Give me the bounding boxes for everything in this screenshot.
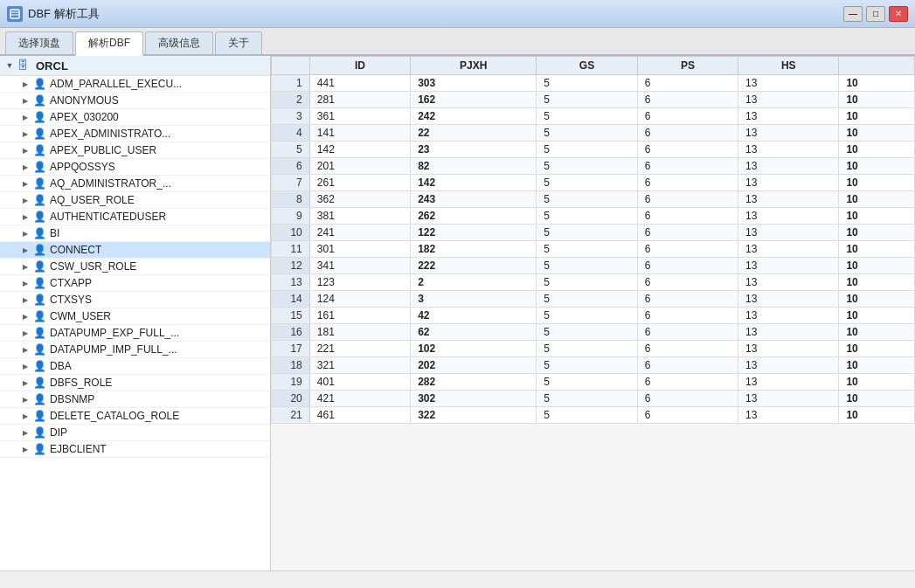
td-ps: 6 — [637, 208, 738, 225]
tree-item[interactable]: ▶ 👤 ADM_PARALLEL_EXECU... — [0, 76, 270, 93]
td-rownum: 7 — [272, 175, 310, 191]
tree-item[interactable]: ▶ 👤 APPQOSSYS — [0, 159, 270, 176]
td-ps: 6 — [637, 241, 738, 258]
tree-scroll[interactable]: ▼ 🗄 ORCL ▶ 👤 ADM_PARALLEL_EXECU... ▶ 👤 A… — [0, 56, 270, 571]
tree-item[interactable]: ▶ 👤 CSW_USR_ROLE — [0, 259, 270, 275]
item-label: AQ_USER_ROLE — [50, 194, 135, 206]
item-label: ANONYMOUS — [50, 94, 119, 107]
tree-item[interactable]: ▶ 👤 CTXSYS — [0, 292, 270, 308]
td-id: 441 — [309, 75, 410, 92]
td-hs: 13 — [738, 158, 839, 175]
tree-item[interactable]: ▶ 👤 DATAPUMP_IMP_FULL_... — [0, 342, 270, 358]
item-label: DATAPUMP_IMP_FULL_... — [50, 343, 177, 356]
tree-item[interactable]: ▶ 👤 DBFS_ROLE — [0, 375, 270, 391]
tree-item[interactable]: ▶ 👤 CTXAPP — [0, 275, 270, 292]
tree-item[interactable]: ▶ 👤 DBSNMP — [0, 391, 270, 408]
td-gs: 5 — [537, 125, 637, 142]
td-pjxh: 3 — [411, 291, 537, 308]
tree-root-item[interactable]: ▼ 🗄 ORCL — [0, 56, 270, 76]
item-expand-icon: ▶ — [21, 412, 30, 420]
table-row: 19401282561310 — [272, 374, 915, 391]
td-id: 181 — [309, 324, 410, 341]
td-id: 261 — [309, 175, 410, 191]
td-id: 321 — [309, 357, 410, 374]
tree-item[interactable]: ▶ 👤 AQ_USER_ROLE — [0, 192, 270, 209]
table-row: 17221102561310 — [272, 341, 915, 357]
tree-item[interactable]: ▶ 👤 CONNECT — [0, 242, 270, 259]
table-row: 1441303561310 — [272, 75, 915, 92]
tab-about[interactable]: 关于 — [215, 31, 262, 54]
tree-item[interactable]: ▶ 👤 DIP — [0, 425, 270, 441]
td-hs: 13 — [738, 341, 839, 357]
tree-item[interactable]: ▶ 👤 EJBCLIENT — [0, 441, 270, 458]
tree-item[interactable]: ▶ 👤 ANONYMOUS — [0, 93, 270, 109]
td-pjxh: 22 — [411, 125, 537, 142]
tab-advanced[interactable]: 高级信息 — [145, 31, 213, 54]
table-row: 20421302561310 — [272, 391, 915, 407]
minimize-button[interactable]: — — [843, 6, 863, 22]
tab-parse[interactable]: 解析DBF — [75, 31, 143, 56]
item-label: DATAPUMP_EXP_FULL_... — [50, 327, 179, 339]
tab-choose[interactable]: 选择顶盘 — [5, 31, 73, 54]
td-ps: 6 — [637, 125, 738, 142]
td-extra: 10 — [839, 274, 915, 291]
td-hs: 13 — [738, 108, 839, 125]
bottom-bar — [0, 571, 915, 588]
tree-item[interactable]: ▶ 👤 CWM_USER — [0, 308, 270, 325]
svg-rect-0 — [10, 10, 19, 18]
table-head: IDPJXHGSPSHS — [272, 57, 915, 75]
user-icon: 👤 — [33, 327, 45, 339]
item-label: DELETE_CATALOG_ROLE — [50, 410, 179, 422]
td-ps: 6 — [637, 142, 738, 158]
close-button[interactable]: ✕ — [889, 6, 908, 22]
td-gs: 5 — [537, 374, 637, 391]
td-ps: 6 — [637, 191, 738, 208]
td-gs: 5 — [537, 291, 637, 308]
td-gs: 5 — [537, 75, 637, 92]
td-extra: 10 — [839, 324, 915, 341]
table-row: 12341222561310 — [272, 258, 915, 274]
table-body: 1441303561310228116256131033612425613104… — [272, 75, 915, 424]
td-hs: 13 — [738, 391, 839, 407]
td-hs: 13 — [738, 92, 839, 108]
td-gs: 5 — [537, 108, 637, 125]
th-HS: HS — [738, 57, 839, 75]
tree-item[interactable]: ▶ 👤 AUTHENTICATEDUSER — [0, 209, 270, 225]
user-icon: 👤 — [33, 177, 45, 190]
item-label: CONNECT — [50, 244, 101, 256]
td-gs: 5 — [537, 208, 637, 225]
main-content: ▼ 🗄 ORCL ▶ 👤 ADM_PARALLEL_EXECU... ▶ 👤 A… — [0, 56, 915, 571]
tree-item[interactable]: ▶ 👤 BI — [0, 225, 270, 242]
item-expand-icon: ▶ — [21, 295, 30, 304]
item-expand-icon: ▶ — [21, 212, 30, 221]
td-pjxh: 222 — [411, 258, 537, 274]
item-expand-icon: ▶ — [21, 378, 30, 387]
tree-item[interactable]: ▶ 👤 DBA — [0, 358, 270, 375]
td-pjxh: 42 — [411, 308, 537, 324]
table-row: 18321202561310 — [272, 357, 915, 374]
tree-item[interactable]: ▶ 👤 AQ_ADMINISTRATOR_... — [0, 176, 270, 192]
data-table-wrapper[interactable]: IDPJXHGSPSHS 144130356131022811625613103… — [271, 56, 915, 571]
restore-button[interactable]: □ — [866, 6, 885, 22]
tree-item[interactable]: ▶ 👤 DELETE_CATALOG_ROLE — [0, 408, 270, 425]
item-expand-icon: ▶ — [21, 196, 30, 204]
td-rownum: 21 — [272, 407, 310, 424]
td-gs: 5 — [537, 241, 637, 258]
item-label: APEX_ADMINISTRATO... — [50, 128, 170, 140]
td-extra: 10 — [839, 75, 915, 92]
tree-item[interactable]: ▶ 👤 APEX_030200 — [0, 109, 270, 126]
item-label: DBA — [50, 360, 72, 372]
td-rownum: 16 — [272, 324, 310, 341]
tree-item[interactable]: ▶ 👤 DATAPUMP_EXP_FULL_... — [0, 325, 270, 342]
td-gs: 5 — [537, 274, 637, 291]
td-rownum: 3 — [272, 108, 310, 125]
td-ps: 6 — [637, 92, 738, 108]
tree-item[interactable]: ▶ 👤 APEX_PUBLIC_USER — [0, 142, 270, 159]
td-gs: 5 — [537, 175, 637, 191]
tree-item[interactable]: ▶ 👤 APEX_ADMINISTRATO... — [0, 126, 270, 142]
td-id: 142 — [309, 142, 410, 158]
user-icon: 👤 — [33, 78, 45, 90]
root-label: ORCL — [36, 59, 68, 73]
td-id: 241 — [309, 225, 410, 241]
td-hs: 13 — [738, 308, 839, 324]
